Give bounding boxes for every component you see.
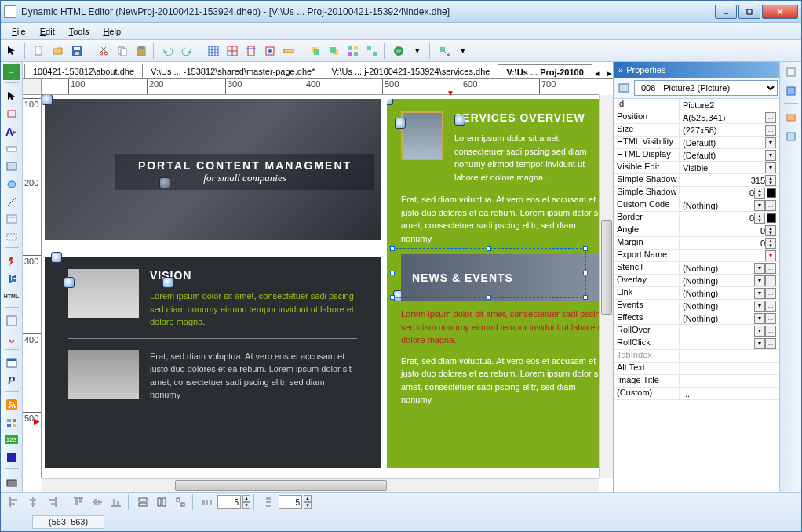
property-row[interactable]: Visible EditVisible▾	[614, 162, 779, 174]
scrollbar-vertical[interactable]	[599, 95, 613, 478]
property-row[interactable]: Image Title	[614, 375, 779, 388]
color-swatch[interactable]	[767, 188, 776, 198]
property-value[interactable]: (Default)▾	[680, 149, 779, 161]
dist-v-button[interactable]	[260, 494, 277, 511]
anchor-pin-icon[interactable]	[51, 252, 62, 263]
dropdown-button[interactable]: ▾	[754, 263, 765, 274]
html-tool[interactable]: HTML	[3, 288, 20, 304]
property-value[interactable]	[680, 375, 779, 387]
dist-v-input[interactable]	[279, 495, 302, 509]
spinner[interactable]: ▲▼	[754, 188, 765, 199]
property-row[interactable]: HTML Visibility(Default)▾	[614, 137, 779, 149]
anchor-pin-icon[interactable]	[64, 277, 75, 288]
rect-tool[interactable]	[3, 106, 20, 122]
properties-header[interactable]: » Properties	[614, 62, 779, 78]
label-tool[interactable]	[3, 140, 20, 157]
property-value[interactable]: 0▲▼	[680, 187, 779, 199]
ruler-marker-h[interactable]: ▼	[447, 89, 454, 97]
paste-button[interactable]	[133, 42, 150, 60]
preview-button[interactable]	[390, 42, 407, 60]
property-value[interactable]: 0▲▼	[680, 212, 779, 224]
spin-up[interactable]: ▲	[242, 495, 250, 502]
same-height-button[interactable]	[153, 494, 170, 511]
spin-down[interactable]: ▼	[304, 502, 312, 509]
object-selector[interactable]: 008 - Picture2 (Picture)	[634, 80, 778, 96]
dropdown-button[interactable]: ▾	[754, 288, 765, 299]
align-right-button[interactable]	[43, 494, 60, 511]
property-value[interactable]: (Nothing)▾...	[680, 199, 779, 211]
copy-button[interactable]	[114, 42, 131, 60]
anchor-pin-icon[interactable]	[395, 118, 406, 129]
vision-thumb-2[interactable]	[68, 350, 139, 399]
pointer-tool[interactable]	[4, 42, 21, 60]
tab-master-page[interactable]: V:\Us ... -153812\shared\master-page.dhe…	[142, 64, 323, 78]
color-swatch[interactable]	[767, 213, 776, 223]
line-tool[interactable]	[3, 193, 20, 210]
property-value[interactable]: 0▲▼	[680, 237, 779, 249]
audio-tool[interactable]	[3, 271, 20, 287]
property-value[interactable]: 315▲▼	[680, 174, 779, 186]
color-tool[interactable]	[3, 474, 20, 490]
ellipsis-button[interactable]: ...	[765, 313, 776, 324]
tab-about[interactable]: 100421-153812\about.dhe	[24, 64, 143, 78]
spinner[interactable]: ▲▼	[754, 213, 765, 224]
design-canvas[interactable]: PORTAL CONTENT MANAGMENT for small compa…	[42, 95, 613, 492]
snap-grid-button[interactable]	[224, 42, 241, 60]
menu-tools[interactable]: Tools	[63, 25, 96, 38]
back-arrow-icon[interactable]: →	[3, 64, 20, 80]
ellipsis-button[interactable]: ...	[765, 125, 776, 136]
ungroup-button[interactable]	[363, 42, 381, 60]
same-width-button[interactable]	[134, 494, 151, 511]
ruler-button[interactable]	[280, 42, 297, 60]
tab-scroll-right[interactable]: ▸	[604, 67, 613, 78]
shape-tool[interactable]	[3, 176, 20, 192]
expand-icon[interactable]: »	[618, 65, 623, 75]
object-picker-icon[interactable]	[615, 79, 632, 97]
ellipsis-button[interactable]: ...	[765, 288, 776, 299]
property-value[interactable]: ▾...	[680, 337, 779, 349]
anchor-pin-icon[interactable]	[454, 115, 465, 126]
cut-button[interactable]	[95, 42, 112, 60]
property-row[interactable]: Margin0▲▼	[614, 237, 779, 250]
hero-banner[interactable]: PORTAL CONTENT MANAGMENT for small compa…	[45, 99, 381, 240]
property-value[interactable]: A(525,341)...	[680, 111, 779, 123]
dist-h-button[interactable]	[199, 494, 216, 511]
tab-index[interactable]: V:\Us ... Proj-20100	[498, 64, 592, 79]
property-row[interactable]: Events(Nothing)▾...	[614, 300, 779, 312]
group-button[interactable]	[344, 42, 362, 60]
property-row[interactable]: Export Name▾	[614, 250, 779, 262]
property-row[interactable]: Overlay(Nothing)▾...	[614, 275, 779, 287]
property-row[interactable]: Angle0▲▼	[614, 224, 779, 237]
open-button[interactable]	[49, 42, 67, 60]
property-row[interactable]: Alt Text	[614, 363, 779, 375]
align-left-button[interactable]	[5, 494, 23, 511]
property-value[interactable]: (Nothing)▾...	[680, 312, 779, 324]
script-tool[interactable]	[3, 312, 20, 329]
property-value[interactable]: (Nothing)▾...	[680, 275, 779, 286]
services-thumb[interactable]	[401, 111, 443, 160]
property-value[interactable]: (Nothing)▾...	[680, 287, 779, 299]
menu-file[interactable]: File	[5, 25, 32, 38]
dropdown-button[interactable]: ▾	[765, 150, 776, 161]
anchor-pin-icon[interactable]	[162, 277, 173, 288]
property-row[interactable]: HTML Display(Default)▾	[614, 149, 779, 162]
align-center-v-button[interactable]	[89, 494, 106, 511]
ellipsis-button[interactable]: ...	[765, 200, 776, 211]
property-row[interactable]: Simple Shadow0▲▼	[614, 187, 779, 199]
guides-button[interactable]	[242, 42, 260, 60]
select-tool[interactable]	[3, 88, 20, 104]
flash-tool[interactable]	[3, 253, 20, 269]
property-row[interactable]: Link(Nothing)▾...	[614, 287, 779, 300]
services-panel[interactable]: SERVICES OVERVIEW Lorem ipsum dolor sit …	[387, 99, 613, 468]
property-row[interactable]: IdPicture2	[614, 99, 779, 111]
same-size-button[interactable]	[172, 494, 189, 511]
redo-button[interactable]	[178, 42, 195, 60]
align-bottom-button[interactable]	[108, 494, 125, 511]
align-top-button[interactable]	[70, 494, 87, 511]
spin-up[interactable]: ▲	[304, 495, 312, 502]
image-tool[interactable]	[3, 159, 20, 175]
layer-back-button[interactable]	[326, 42, 343, 60]
maximize-button[interactable]	[738, 5, 760, 19]
gallery-tool[interactable]	[3, 414, 20, 431]
menu-tool[interactable]	[3, 449, 20, 465]
